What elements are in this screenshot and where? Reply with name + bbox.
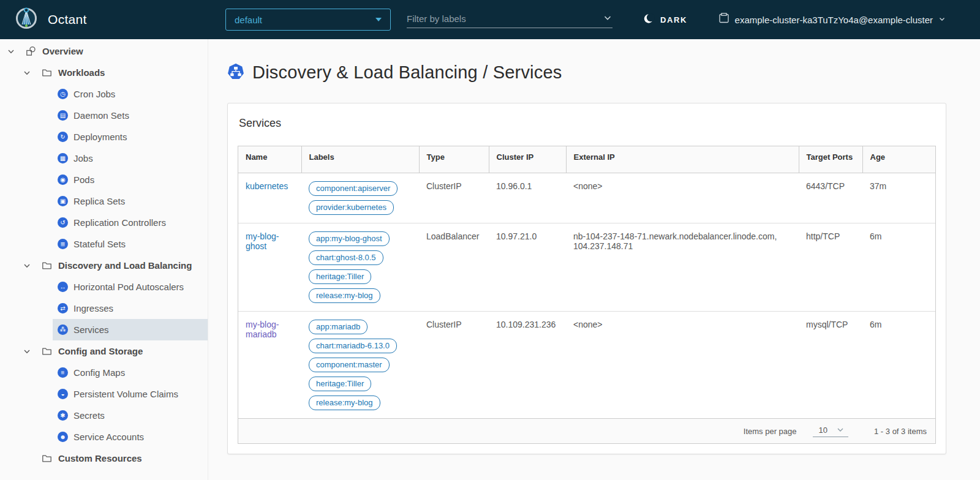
label-pill[interactable]: heritage:Tiller bbox=[309, 269, 371, 284]
age-cell: 37m bbox=[862, 173, 935, 223]
label-pill[interactable]: chart:mariadb-6.13.0 bbox=[309, 339, 397, 353]
items-per-page-label: Items per page bbox=[744, 427, 797, 436]
sidebar-item-label: Overview bbox=[42, 46, 83, 56]
label-pill[interactable]: component:apiserver bbox=[309, 181, 398, 196]
folder-icon bbox=[42, 346, 52, 356]
sidebar-item-config-maps[interactable]: ≡Config Maps bbox=[0, 362, 208, 383]
age-cell: 6m bbox=[862, 312, 935, 419]
items-per-page-value: 10 bbox=[819, 426, 827, 435]
sidebar-item-workloads[interactable]: Workloads bbox=[0, 62, 208, 83]
type-cell: ClusterIP bbox=[419, 173, 489, 223]
sidebar-item-label: Services bbox=[74, 324, 109, 335]
chevron-down-icon[interactable] bbox=[7, 47, 15, 56]
config-maps-icon: ≡ bbox=[58, 367, 68, 378]
sidebar-item-services[interactable]: ⁂Services bbox=[0, 319, 208, 340]
daemon-sets-icon: ▤ bbox=[58, 110, 68, 121]
chevron-down-icon bbox=[938, 14, 946, 25]
table-header-row: NameLabelsTypeCluster IPExternal IPTarge… bbox=[238, 146, 935, 173]
replication-controllers-icon: ↺ bbox=[58, 217, 68, 228]
folder-icon bbox=[42, 260, 52, 271]
column-header-name: Name bbox=[238, 146, 301, 173]
cluster-ip-cell: 10.97.21.0 bbox=[489, 223, 566, 312]
column-header-target-ports: Target Ports bbox=[799, 146, 862, 173]
sidebar-item-label: Replica Sets bbox=[74, 196, 125, 206]
sidebar-item-discovery-and-load-balancing[interactable]: Discovery and Load Balancing bbox=[0, 255, 208, 276]
type-cell: ClusterIP bbox=[419, 312, 489, 419]
sidebar-item-daemon-sets[interactable]: ▤Daemon Sets bbox=[0, 105, 208, 126]
secrets-icon: ✱ bbox=[58, 410, 68, 421]
sidebar-item-persistent-volume-claims[interactable]: ◒Persistent Volume Claims bbox=[0, 383, 208, 405]
label-pill[interactable]: component:master bbox=[309, 358, 390, 372]
moon-icon bbox=[643, 13, 655, 27]
sidebar-item-label: Stateful Sets bbox=[74, 239, 126, 249]
cluster-ip-cell: 10.96.0.1 bbox=[489, 173, 566, 223]
column-header-cluster-ip: Cluster IP bbox=[489, 146, 566, 173]
namespace-dropdown[interactable]: default bbox=[225, 9, 391, 31]
table-row: my-blog-ghostapp:my-blog-ghostchart:ghos… bbox=[238, 223, 935, 312]
pods-icon: ◉ bbox=[58, 174, 68, 185]
service-link[interactable]: kubernetes bbox=[246, 181, 288, 191]
folder-icon bbox=[42, 67, 52, 78]
jobs-icon: ▦ bbox=[58, 153, 68, 163]
sidebar-item-pods[interactable]: ◉Pods bbox=[0, 169, 208, 190]
column-header-age: Age bbox=[862, 146, 935, 173]
label-pill[interactable]: heritage:Tiller bbox=[309, 377, 371, 391]
sidebar-item-label: Daemon Sets bbox=[74, 110, 129, 121]
sidebar-item-label: Cron Jobs bbox=[74, 89, 115, 99]
context-label: example-cluster-ka3TuTzYo4a@example-clus… bbox=[735, 15, 933, 25]
sidebar-item-stateful-sets[interactable]: ≣Stateful Sets bbox=[0, 233, 208, 255]
external-ip-cell: <none> bbox=[566, 312, 799, 419]
sidebar-item-cron-jobs[interactable]: ◷Cron Jobs bbox=[0, 83, 208, 105]
target-ports-cell: http/TCP bbox=[799, 223, 862, 312]
cluster-icon bbox=[718, 13, 729, 26]
chevron-down-icon bbox=[836, 426, 845, 434]
chevron-down-icon[interactable] bbox=[23, 69, 31, 77]
service-link[interactable]: my-blog-mariadb bbox=[246, 320, 279, 339]
sidebar-item-replica-sets[interactable]: ▣Replica Sets bbox=[0, 190, 208, 212]
service-link[interactable]: my-blog-ghost bbox=[246, 231, 279, 251]
sidebar-item-custom-resources[interactable]: Custom Resources bbox=[0, 448, 208, 469]
label-pill[interactable]: app:my-blog-ghost bbox=[309, 231, 390, 246]
chevron-down-icon[interactable] bbox=[23, 347, 31, 356]
label-filter-input[interactable] bbox=[407, 13, 578, 24]
sidebar-item-label: Service Accounts bbox=[74, 432, 144, 442]
sidebar-item-label: Pods bbox=[74, 174, 94, 185]
sidebar-item-label: Horizontal Pod Autoscalers bbox=[74, 282, 184, 292]
sidebar-item-ingresses[interactable]: ⇄Ingresses bbox=[0, 298, 208, 319]
sidebar-item-horizontal-pod-autoscalers[interactable]: ↔Horizontal Pod Autoscalers bbox=[0, 276, 208, 298]
namespace-value: default bbox=[235, 15, 262, 25]
chevron-down-icon[interactable] bbox=[603, 13, 612, 25]
sidebar-item-deployments[interactable]: ↻Deployments bbox=[0, 126, 208, 148]
age-cell: 6m bbox=[862, 223, 935, 312]
main-content: Discovery & Load Balancing / Services Se… bbox=[208, 39, 980, 480]
label-filter bbox=[407, 10, 612, 28]
context-switcher[interactable]: example-cluster-ka3TuTzYo4a@example-clus… bbox=[718, 0, 946, 39]
chevron-down-icon[interactable] bbox=[23, 454, 31, 463]
target-ports-cell: mysql/TCP bbox=[799, 312, 862, 419]
sidebar-item-secrets[interactable]: ✱Secrets bbox=[0, 405, 208, 426]
label-pill[interactable]: app:mariadb bbox=[309, 320, 368, 334]
table-body: kubernetescomponent:apiserverprovider:ku… bbox=[238, 173, 935, 419]
service-accounts-icon: ☻ bbox=[58, 432, 68, 442]
label-pill[interactable]: release:my-blog bbox=[309, 396, 380, 410]
sidebar-item-config-and-storage[interactable]: Config and Storage bbox=[0, 340, 208, 362]
sidebar-item-label: Secrets bbox=[74, 410, 105, 421]
cron-jobs-icon: ◷ bbox=[58, 89, 68, 99]
sidebar-item-replication-controllers[interactable]: ↺Replication Controllers bbox=[0, 212, 208, 233]
target-ports-cell: 6443/TCP bbox=[799, 173, 862, 223]
card-heading: Services bbox=[239, 117, 936, 130]
sidebar-item-jobs[interactable]: ▦Jobs bbox=[0, 148, 208, 169]
caret-down-icon bbox=[375, 18, 382, 21]
items-per-page-select[interactable]: 10 bbox=[813, 426, 848, 437]
octant-logo-icon bbox=[13, 6, 39, 34]
sidebar-item-overview[interactable]: Overview bbox=[0, 40, 208, 62]
sidebar-item-service-accounts[interactable]: ☻Service Accounts bbox=[0, 426, 208, 448]
theme-toggle[interactable]: DARK bbox=[643, 0, 687, 39]
label-pill[interactable]: chart:ghost-8.0.5 bbox=[309, 250, 383, 265]
label-pill[interactable]: provider:kubernetes bbox=[309, 200, 394, 215]
horizontal-pod-autoscalers-icon: ↔ bbox=[58, 282, 68, 292]
sidebar-item-label: Replication Controllers bbox=[74, 217, 166, 228]
chevron-down-icon[interactable] bbox=[23, 261, 31, 270]
label-pill[interactable]: release:my-blog bbox=[309, 288, 380, 303]
app-title: Octant bbox=[48, 12, 87, 27]
